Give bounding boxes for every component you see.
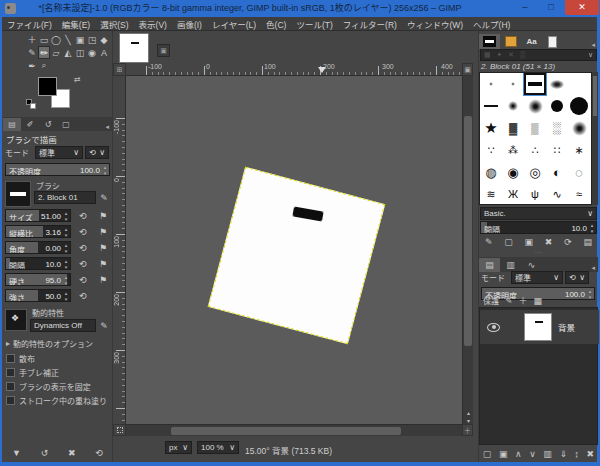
move-tool[interactable]: ＋ [26,33,38,46]
brush-item-17[interactable]: ∴ [524,139,546,161]
layer-thumbnail[interactable] [524,313,552,341]
link-angle-button[interactable]: ⚑ [96,243,110,253]
brush-item-3[interactable] [546,73,568,95]
navigation-button[interactable]: ＋ [462,424,473,436]
visibility-eye-icon[interactable] [487,323,500,332]
brush-item-20[interactable]: ◍ [480,161,502,183]
dynamics-options-expander[interactable]: ▸ 動的特性のオプション [6,338,93,349]
scroll-down-icon[interactable]: ▾ [463,417,474,424]
new-layer-group-button[interactable]: ▣ [499,449,508,459]
spinner-arrows-icon[interactable]: ▴▾ [62,258,70,270]
reset-force-button[interactable]: ⟲ [76,291,90,301]
image-tab-thumbnail[interactable] [119,33,149,63]
reset-aspect-ratio-button[interactable]: ⟲ [76,227,90,237]
spinner-arrows-icon[interactable]: ▴▾ [62,210,70,222]
edit-brush-button[interactable]: ✎ [485,237,493,247]
open-brush-as-image-button[interactable]: ▤ [584,237,593,247]
brush-grid-scrollbar[interactable] [592,72,598,205]
brush-item-16[interactable]: ⁂ [502,139,524,161]
rectangle-select-tool[interactable]: ▭ [38,33,50,46]
canvas-image[interactable] [208,167,386,345]
new-layer-button[interactable]: ▢ [483,449,492,459]
slider-force[interactable]: 強さ50.0▴▾ [5,289,71,302]
brush-item-7[interactable] [524,95,546,117]
reset-hardness-button[interactable]: ⟲ [76,275,90,285]
menu-item-8[interactable]: フィルター(R) [338,18,402,30]
scroll-up-icon[interactable]: ▴ [463,409,474,416]
brush-item-11[interactable]: ▓ [502,117,524,139]
delete-layer-button[interactable]: ✖ [587,449,595,459]
menu-item-7[interactable]: ツール(T) [291,18,337,30]
brush-item-1[interactable] [502,73,524,95]
brush-item-6[interactable] [502,95,524,117]
canvas-viewport[interactable] [126,76,462,424]
duplicate-brush-button[interactable]: ▣ [525,237,534,247]
menu-item-3[interactable]: 表示(V) [134,18,172,30]
brush-item-4[interactable] [568,73,590,95]
brush-grid-scrollbar-thumb[interactable] [593,76,597,116]
swap-colors-icon[interactable]: ⇄ [74,75,81,84]
checkbox-3[interactable] [6,396,15,405]
brush-block-01[interactable] [524,73,546,95]
spinner-arrows-icon[interactable]: ▴▾ [62,226,70,238]
ink-tool[interactable]: ✒ [26,59,38,72]
link-spacing-button[interactable]: ⚑ [96,259,110,269]
brush-item-25[interactable]: ≋ [480,183,502,205]
text-tool[interactable]: A [98,46,110,59]
brush-item-18[interactable]: ∷ [546,139,568,161]
lock-alpha-icon[interactable]: ▦ [534,296,543,306]
dynamics-field[interactable]: Dynamics Off [30,319,96,332]
menu-item-10[interactable]: ヘルプ(H) [468,18,515,30]
slider-spacing[interactable]: 間隔10.0▴▾ [5,257,71,270]
layer-row-background[interactable]: 背景 [480,310,599,344]
v-scrollbar-thumb[interactable] [464,116,472,346]
tab-undo-history[interactable]: ↺ [39,118,57,131]
unit-dropdown[interactable]: px∨ [165,441,192,454]
slider-angle[interactable]: 角度0.00▴▾ [5,241,71,254]
dock-tab-menu-icon[interactable]: ◂ [105,123,112,131]
brush-item-9[interactable] [568,95,590,117]
checkbox-2[interactable] [6,382,15,391]
crop-tool[interactable]: ▣ [74,33,86,46]
save-tool-preset-button[interactable]: ▼ [12,448,21,458]
lower-layer-button[interactable]: ∨ [529,449,536,459]
brush-thumbnail[interactable] [5,181,31,207]
layer-mode-dropdown[interactable]: 標準∨ [511,271,563,284]
dynamics-thumbnail[interactable]: ❖ [5,309,27,331]
smudge-tool[interactable]: ◉ [86,46,98,59]
restore-tool-preset-button[interactable]: ↺ [41,448,49,458]
tab-channels[interactable]: ▥ [500,258,521,272]
anchor-layer-button[interactable]: ↨ [575,449,580,459]
reset-size-button[interactable]: ⟲ [76,211,90,221]
bucket-fill-tool[interactable]: ◆ [98,33,110,46]
quick-mask-button[interactable] [113,424,126,436]
link-aspect-ratio-button[interactable]: ⚑ [96,227,110,237]
brush-item-0[interactable] [480,73,502,95]
default-colors-icon[interactable] [26,99,36,109]
maximize-button[interactable]: □ [538,0,564,15]
ruler-origin-button[interactable]: ⊞ [113,63,126,76]
free-select-tool[interactable]: ◯ [50,33,62,46]
brush-item-24[interactable]: ◌ [568,161,590,183]
dock-menu-icon[interactable]: ◂ [591,41,598,49]
brush-item-14[interactable] [568,117,590,139]
menu-item-4[interactable]: 画像(I) [172,18,207,30]
checkbox-0[interactable] [6,354,15,363]
tab-fonts[interactable]: Aa [521,34,542,49]
menu-item-0[interactable]: ファイル(F) [2,18,57,30]
spinner-arrows-icon[interactable]: ▴▾ [588,222,596,234]
pencil-tool[interactable]: ✎ [26,46,38,59]
spinner-arrows-icon[interactable]: ▴▾ [62,242,70,254]
spinner-arrows-icon[interactable]: ▴▾ [101,164,109,176]
h-scrollbar[interactable] [126,424,462,436]
menu-item-6[interactable]: 色(C) [261,18,291,30]
brush-item-21[interactable]: ◉ [502,161,524,183]
checkbox-1[interactable] [6,368,15,377]
mode-dropdown[interactable]: 標準∨ [35,146,83,159]
brush-item-15[interactable]: ∵ [480,139,502,161]
close-button[interactable]: ✕ [565,0,599,15]
brush-item-26[interactable]: Ж [502,183,524,205]
menu-item-9[interactable]: ウィンドウ(W) [402,18,468,30]
reset-angle-button[interactable]: ⟲ [76,243,90,253]
tab-layers[interactable]: ▤ [479,258,500,272]
